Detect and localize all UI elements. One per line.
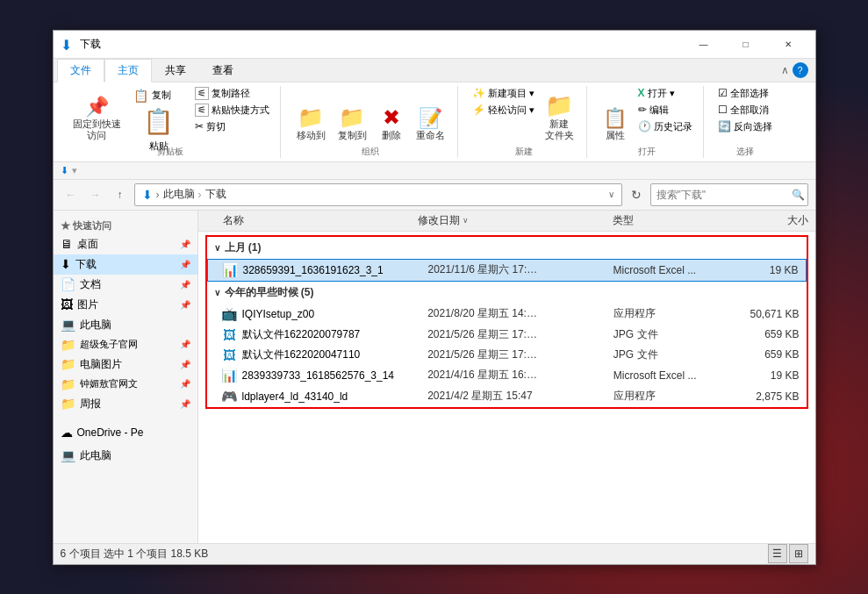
edit-button[interactable]: ✏ 编辑 (635, 103, 696, 118)
new-folder-button[interactable]: 📁 新建文件夹 (540, 86, 579, 144)
col-header-size[interactable]: 大小 (730, 213, 808, 228)
quick-toolbar: ⬇ ▾ (54, 162, 815, 180)
ribbon-content: 📌 固定到快速访问 📋 复制 📋 粘贴 (54, 82, 815, 161)
search-input[interactable] (656, 189, 788, 201)
zhong-icon: 📁 (61, 377, 75, 391)
move-to-button[interactable]: 📁 移动到 (291, 86, 331, 144)
new-item-button[interactable]: ✨ 新建项目 ▾ (469, 86, 538, 101)
tab-view[interactable]: 查看 (199, 59, 247, 82)
sidebar-item-zhong[interactable]: 📁 钟媚敖官网文 📌 (54, 375, 197, 394)
download-label: 下载 (75, 257, 97, 272)
sidebar-item-thispc[interactable]: 💻 此电脑 (54, 446, 197, 466)
maximize-button[interactable]: □ (726, 30, 766, 58)
sidebar-item-computer[interactable]: 💻 此电脑 (54, 315, 197, 335)
table-row[interactable]: 🎮 ldplayer4_ld_43140_ld 2021/4/2 星期五 15:… (207, 386, 807, 407)
status-bar: 6 个项目 选中 1 个项目 18.5 KB ☰ ⊞ (54, 543, 815, 564)
ribbon-group-clipboard: 📌 固定到快速访问 📋 复制 📋 粘贴 (61, 86, 281, 158)
detail-view-button[interactable]: ☰ (768, 544, 787, 563)
minimize-button[interactable]: — (684, 30, 724, 58)
history-icon: 🕐 (638, 120, 651, 132)
tab-home[interactable]: 主页 (104, 59, 152, 82)
forward-button[interactable]: → (85, 184, 106, 205)
file-date-1: 2021/8/20 星期五 14:… (427, 306, 610, 321)
status-text: 6 个项目 选中 1 个项目 18.5 KB (61, 547, 768, 562)
search-icon[interactable]: 🔍 (792, 189, 805, 201)
table-row[interactable]: 📺 IQIYIsetup_z00 2021/8/20 星期五 14:… 应用程序… (207, 304, 807, 325)
sidebar-item-rabbit[interactable]: 📁 超级兔子官网 📌 (54, 335, 197, 354)
delete-button[interactable]: ✖ 删除 (374, 86, 409, 144)
sidebar-item-download[interactable]: ⬇ 下载 📌 (54, 254, 197, 275)
pin-indicator: 📌 (180, 240, 190, 249)
view-buttons: ☰ ⊞ (768, 544, 808, 563)
file-name-3: 默认文件1622020047110 (242, 347, 425, 362)
file-type-2: JPG 文件 (613, 327, 723, 342)
tab-file[interactable]: 文件 (57, 59, 104, 82)
up-button[interactable]: ↑ (110, 184, 131, 205)
file-size-0: 19 KB (726, 264, 799, 276)
invert-icon: 🔄 (718, 120, 731, 132)
weekly-icon: 📁 (61, 397, 75, 411)
tab-share[interactable]: 共享 (152, 59, 199, 82)
quick-icon: ⬇ (61, 165, 68, 176)
window-title: 下载 (80, 37, 684, 52)
jpg-icon2: 🖼 (221, 347, 239, 362)
address-chevron[interactable]: ∨ (608, 190, 614, 199)
large-view-button[interactable]: ⊞ (789, 544, 808, 563)
table-row[interactable]: 🖼 默认文件1622020047110 2021/5/26 星期三 17:… J… (207, 345, 807, 365)
back-button[interactable]: ← (61, 184, 82, 205)
table-row[interactable]: 🖼 默认文件1622020079787 2021/5/26 星期三 17:… J… (207, 325, 807, 345)
properties-button[interactable]: 📋 属性 (598, 86, 633, 144)
select-label: 选择 (736, 146, 754, 158)
pcpics-label: 电脑图片 (80, 357, 122, 372)
pin-icon: 📌 (85, 97, 109, 117)
rabbit-icon: 📁 (61, 338, 75, 352)
history-button[interactable]: 🕐 历史记录 (635, 119, 696, 134)
col-header-type[interactable]: 类型 (613, 213, 729, 228)
pin-button[interactable]: 📌 固定到快速访问 (68, 86, 126, 144)
cut-button[interactable]: ✂ 剪切 (191, 119, 273, 134)
sidebar-item-desktop[interactable]: 🖥 桌面 📌 (54, 234, 197, 254)
weekly-label: 周报 (80, 397, 101, 412)
refresh-button[interactable]: ↻ (626, 184, 647, 205)
group-collapse-icon2[interactable]: ∨ (214, 288, 220, 297)
ribbon-collapse-icon[interactable]: ∧ (781, 64, 789, 76)
rename-button[interactable]: 📝 重命名 (411, 86, 450, 144)
copy-to-button[interactable]: 📁 复制到 (333, 86, 372, 144)
rabbit-pin: 📌 (180, 340, 190, 349)
table-row[interactable]: 📊 2839339733_1618562576_3_14 2021/4/16 星… (207, 365, 807, 386)
select-none-button[interactable]: ☐ 全部取消 (714, 103, 776, 118)
close-button[interactable]: ✕ (768, 30, 808, 58)
invert-select-button[interactable]: 🔄 反向选择 (714, 119, 776, 134)
selection-box: ∨ 上月 (1) 📊 328659391_1636191623_3_1 2021… (205, 235, 808, 409)
file-name-0: 328659391_1636191623_3_1 (243, 264, 425, 276)
address-bar[interactable]: ⬇ › 此电脑 › 下载 ∨ (134, 183, 622, 206)
search-box[interactable]: 🔍 (650, 183, 808, 206)
title-controls: — □ ✕ (684, 30, 808, 58)
select-items: ☑ 全部选择 ☐ 全部取消 🔄 反向选择 (714, 86, 776, 144)
quick-arrow: ▾ (72, 165, 77, 176)
ribbon-help-icon[interactable]: ? (793, 62, 808, 78)
sidebar-item-pcpics[interactable]: 📁 电脑图片 📌 (54, 354, 197, 375)
easy-access-button[interactable]: ⚡ 轻松访问 ▾ (469, 103, 538, 118)
weekly-pin: 📌 (180, 399, 190, 409)
table-row[interactable]: 📊 328659391_1636191623_3_1 2021/11/6 星期六… (207, 259, 807, 282)
copy-path-button[interactable]: ⚟ 复制路径 (191, 86, 273, 101)
xlsx-icon: 📊 (222, 262, 240, 278)
sidebar-item-pictures[interactable]: 🖼 图片 📌 (54, 295, 197, 315)
explorer-window: ⬇ 下载 — □ ✕ 文件 主页 共享 查看 ∧ ? 📌 (53, 30, 816, 565)
file-size-1: 50,671 KB (726, 308, 799, 320)
group-label-last-month: 上月 (1) (225, 240, 262, 255)
breadcrumb-separator2: › (198, 189, 202, 201)
paste-shortcut-button[interactable]: ⚟ 粘贴快捷方式 (191, 103, 273, 118)
sidebar-item-onedrive[interactable]: ☁ OneDrive - Pe (54, 423, 197, 442)
group-collapse-icon[interactable]: ∨ (214, 243, 220, 253)
sidebar-item-weekly[interactable]: 📁 周报 📌 (54, 394, 197, 414)
col-header-date[interactable]: 修改日期 ∨ (418, 213, 613, 228)
col-header-name[interactable]: 名称 (223, 213, 418, 228)
open-button[interactable]: X 打开 ▾ (635, 86, 696, 101)
sidebar-item-documents[interactable]: 📄 文档 📌 (54, 275, 197, 295)
copy-button[interactable]: 📋 复制 (128, 86, 190, 105)
paste-button[interactable]: 📋 粘贴 (128, 105, 190, 140)
select-all-button[interactable]: ☑ 全部选择 (714, 86, 776, 101)
zhong-pin: 📌 (180, 379, 190, 389)
